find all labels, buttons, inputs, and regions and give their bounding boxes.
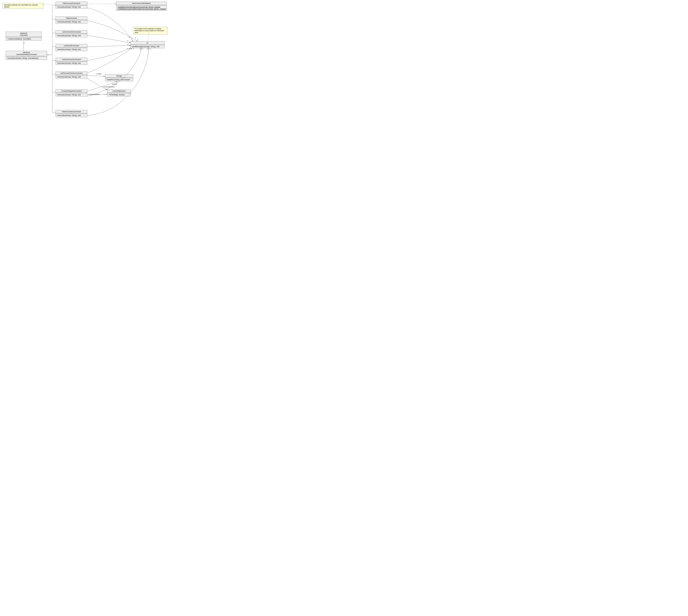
class-list-commands: ListCommandsCommand +execute(userInput: … [56, 30, 87, 37]
label-one: 1 [133, 48, 134, 49]
class-name: ListCommandsCommand [56, 30, 87, 34]
class-compare-mapped: CompareMappedCommand +execute(userInput:… [56, 89, 87, 96]
operation: +printMessage(message: String): void [132, 46, 163, 48]
class-help: HelpCommand +execute(userInput: String):… [56, 17, 87, 23]
note-ui-more: UI contains more methods to display info… [133, 27, 168, 35]
class-ui: UI +printMessage(message: String): void [130, 41, 165, 48]
operation: +isValidSocCourseCode(nusCourseCode: Str… [117, 6, 166, 8]
class-list-uni-courses: ListUniCoursesCommand +execute(userInput… [56, 58, 87, 65]
label-ui: ui [127, 44, 129, 45]
label-ui: ui [127, 48, 128, 49]
class-name: NusCourseCodeValidator [116, 2, 167, 5]
class-nus-validator: NusCourseCodeValidator +isValidSocCourse… [116, 2, 167, 10]
class-name: ObtainContactsCommand [56, 110, 87, 113]
class-name: FilterCoursesCommand [56, 2, 87, 5]
note-execute-override: execute() methods are overridden by conc… [2, 3, 44, 9]
operation: +createJsonObject(): JsonObject [7, 38, 40, 40]
class-body: +execute(userInput: String): void [56, 48, 87, 51]
label-one: 1 [129, 48, 130, 50]
class-body: +isFileValid(): boolean [107, 93, 131, 96]
label-ui: ui [129, 36, 130, 38]
label-ui: ui [139, 48, 141, 50]
class-body: +execute(userInput: String): void [56, 20, 87, 23]
operation: +execute(userInput: String): void [57, 76, 86, 78]
operation: +execute(userInput: String): void [57, 48, 86, 50]
class-name: Storage [105, 74, 133, 78]
label-storage: storage [96, 73, 102, 74]
class-name: CompareMappedCommand [56, 90, 87, 93]
label-one: 1 [143, 48, 143, 50]
class-body: +execute(userInput: String): void [56, 5, 87, 8]
stereotype: {abstract} [7, 32, 40, 34]
class-course-repository: CourseRepository +isFileValid(): boolean [107, 89, 131, 96]
label-one: 1 [129, 41, 130, 43]
operation: +execute(userInput: String): void [57, 35, 86, 37]
class-name: HelpCommand [56, 17, 87, 20]
label-one: 1 [129, 45, 130, 46]
label-one: 1 [150, 48, 151, 50]
class-filter-courses: FilterCoursesCommand +execute(userInput:… [56, 2, 87, 9]
label-course-repository: courseRepository [103, 86, 115, 88]
operation: +execute(userInput: String): void [57, 94, 86, 96]
operation: +loadAllCourses(): List<Course> [106, 79, 132, 81]
operation: +execute(userInput: String): void [57, 6, 86, 8]
class-check-info: {abstract} CheckInformationCommand +exec… [6, 51, 47, 60]
label-ui: ui [147, 48, 148, 50]
operation: +isFileValid(): boolean [109, 94, 129, 96]
class-obtain-contacts: ObtainContactsCommand +execute(userInput… [56, 110, 87, 117]
class-body: +execute(userInput: String): void [56, 62, 87, 65]
stereotype: {abstract} [7, 51, 46, 53]
class-body: +execute(userInput: String): void [56, 34, 87, 37]
class-body: +printMessage(message: String): void [130, 45, 164, 48]
class-title: {abstract} Command [6, 32, 41, 37]
label-one: 1 [104, 93, 105, 95]
class-body: +createJsonObject(): JsonObject [6, 38, 41, 40]
class-command: {abstract} Command +createJsonObject(): … [6, 31, 42, 41]
class-body: +isValidSocCourseCode(nusCourseCode: Str… [116, 5, 167, 10]
label-ui: ui [127, 40, 128, 42]
class-name: UI [130, 41, 164, 45]
label-course-repository: courseRepository [88, 93, 100, 95]
label-one: 1 [103, 75, 104, 77]
note-text: UI contains more methods to display info… [134, 28, 164, 34]
operation: +execute(userInput: String): void [57, 21, 86, 23]
operation: +execute(userInput: String): void {abstr… [7, 57, 46, 59]
label-one: 1 [106, 88, 107, 90]
class-name: CheckInformationCommand [7, 53, 46, 56]
note-text: execute() methods are overridden by conc… [4, 4, 38, 8]
class-body: +execute(userInput: String): void [56, 93, 87, 96]
class-body: +loadAllCourses(): List<Course> [105, 78, 133, 81]
class-name: ListUniCoursesCommand [56, 58, 87, 61]
class-name: CourseRepository [107, 90, 131, 93]
operation: +execute(userInput: String): void [57, 62, 86, 64]
class-body: +execute(userInput: String): void {abstr… [6, 57, 47, 60]
class-name: ListSchoolCommand [56, 44, 87, 47]
label-ui: ui [135, 37, 136, 39]
class-name: Command [7, 34, 40, 36]
operation: +isValidNusCourseCodeFormat(nusCourseCod… [117, 8, 166, 10]
class-body: +execute(userInput: String): void [56, 114, 87, 117]
class-body: +execute(userInput: String): void [56, 75, 87, 79]
class-storage: Storage +loadAllCourses(): List<Course> [105, 74, 133, 81]
class-name: ListPersonalTrackerCommand [56, 72, 87, 75]
label-storage: storage [112, 83, 117, 85]
operation: +execute(userInput: String): void [57, 114, 86, 116]
label-one: 1 [132, 38, 132, 40]
class-list-school: ListSchoolCommand +execute(userInput: St… [56, 44, 87, 51]
class-list-personal-tracker: ListPersonalTrackerCommand +execute(user… [56, 71, 87, 79]
label-one: 1 [137, 39, 138, 40]
label-one: 1 [131, 48, 132, 49]
label-one: 1 [116, 82, 117, 83]
class-title: {abstract} CheckInformationCommand [6, 51, 47, 56]
